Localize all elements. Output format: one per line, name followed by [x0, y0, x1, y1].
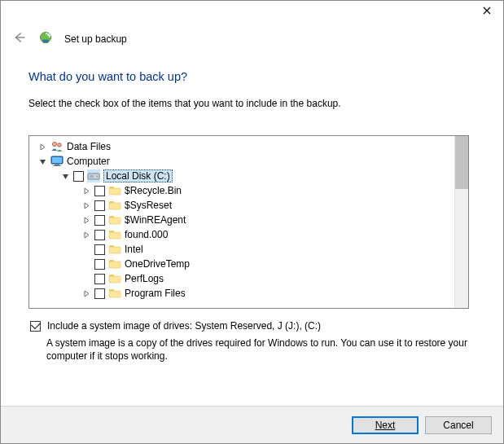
svg-rect-14: [109, 188, 121, 195]
tree-label: Local Disk (C:): [103, 169, 173, 182]
folder-icon: [108, 213, 121, 226]
instruction-text: Select the check box of the items that y…: [28, 98, 476, 109]
svg-point-4: [53, 143, 57, 147]
content-area: What do you want to back up? Select the …: [1, 47, 503, 363]
header-row: Set up backup: [1, 25, 503, 47]
folder-icon: [108, 243, 121, 256]
backup-tree[interactable]: Data Files Computer: [29, 136, 454, 308]
tree-node-folder[interactable]: Program Files: [34, 286, 454, 301]
svg-rect-18: [109, 218, 121, 224]
drive-icon: [87, 169, 100, 182]
next-button[interactable]: Next: [352, 416, 419, 434]
tree-checkbox[interactable]: [94, 186, 105, 196]
svg-rect-22: [109, 247, 121, 253]
tree-checkbox[interactable]: [94, 215, 105, 226]
page-heading: What do you want to back up?: [28, 70, 476, 83]
svg-rect-12: [90, 175, 94, 178]
svg-rect-7: [52, 157, 62, 163]
tree-checkbox[interactable]: [94, 244, 105, 255]
tree-label: Data Files: [67, 141, 111, 152]
tree-node-folder[interactable]: PerfLogs: [34, 271, 454, 286]
tree-node-folder[interactable]: $SysReset: [34, 198, 454, 213]
scrollbar-thumb[interactable]: [455, 136, 468, 189]
tree-node-folder[interactable]: OneDriveTemp: [34, 257, 454, 271]
expander-icon[interactable]: [81, 200, 91, 210]
folder-icon: [108, 199, 121, 212]
expander-icon[interactable]: [81, 186, 91, 196]
backup-shield-icon: [38, 30, 53, 47]
dialog-window: Set up backup What do you want to back u…: [0, 0, 504, 444]
svg-rect-20: [109, 232, 121, 239]
back-arrow-icon[interactable]: [12, 30, 27, 47]
svg-point-11: [96, 176, 98, 178]
expander-icon[interactable]: [81, 215, 91, 225]
tree-checkbox[interactable]: [94, 274, 105, 284]
expander-icon[interactable]: [37, 142, 47, 152]
system-image-label: Include a system image of drives: System…: [47, 320, 321, 332]
system-image-help: A system image is a copy of the drives r…: [46, 336, 476, 363]
svg-rect-28: [109, 291, 121, 297]
tree-label: PerfLogs: [125, 273, 164, 284]
backup-tree-box: Data Files Computer: [28, 135, 469, 309]
button-bar: Next Cancel: [1, 406, 503, 443]
system-image-row: Include a system image of drives: System…: [30, 320, 476, 332]
tree-checkbox[interactable]: [73, 171, 84, 182]
tree-node-local-disk[interactable]: Local Disk (C:): [34, 169, 454, 183]
scrollbar-track[interactable]: [454, 136, 468, 308]
tree-label: $WinREAgent: [125, 214, 186, 226]
tree-node-folder[interactable]: $Recycle.Bin: [34, 183, 454, 198]
tree-checkbox[interactable]: [94, 230, 105, 240]
title-bar: [1, 1, 503, 25]
expander-icon[interactable]: [81, 230, 91, 240]
tree-label: $SysReset: [125, 200, 172, 211]
tree-label: $Recycle.Bin: [125, 185, 182, 196]
folder-icon: [108, 272, 121, 285]
cancel-button[interactable]: Cancel: [425, 416, 492, 434]
tree-label: found.000: [125, 229, 168, 240]
folder-icon: [108, 287, 121, 300]
svg-rect-26: [109, 276, 121, 283]
folder-icon: [108, 184, 121, 197]
svg-rect-8: [55, 165, 59, 165]
tree-label: OneDriveTemp: [125, 258, 190, 270]
tree-checkbox[interactable]: [94, 288, 105, 299]
close-button[interactable]: [479, 6, 495, 22]
expander-spacer: [81, 259, 91, 269]
tree-node-folder[interactable]: $WinREAgent: [34, 213, 454, 227]
svg-rect-16: [109, 203, 121, 209]
tree-checkbox[interactable]: [94, 200, 105, 211]
expander-icon[interactable]: [60, 171, 70, 181]
users-icon: [50, 140, 64, 153]
tree-node-folder[interactable]: found.000: [34, 227, 454, 242]
expander-icon[interactable]: [37, 156, 47, 166]
tree-label: Intel: [125, 244, 143, 255]
tree-node-data-files[interactable]: Data Files: [34, 139, 454, 154]
expander-spacer: [81, 274, 91, 284]
expander-icon[interactable]: [81, 288, 91, 298]
expander-spacer: [81, 244, 91, 254]
folder-icon: [108, 257, 121, 270]
svg-rect-3: [43, 40, 48, 42]
tree-label: Computer: [67, 156, 110, 167]
tree-label: Program Files: [125, 288, 186, 299]
system-image-checkbox[interactable]: [30, 321, 41, 332]
wizard-title: Set up backup: [64, 33, 127, 45]
monitor-icon: [50, 155, 64, 168]
folder-icon: [108, 228, 121, 241]
svg-rect-24: [109, 262, 121, 268]
svg-point-5: [58, 143, 61, 147]
tree-node-folder[interactable]: Intel: [34, 242, 454, 257]
tree-node-computer[interactable]: Computer: [34, 154, 454, 169]
tree-checkbox[interactable]: [94, 259, 105, 270]
svg-rect-9: [53, 165, 61, 166]
